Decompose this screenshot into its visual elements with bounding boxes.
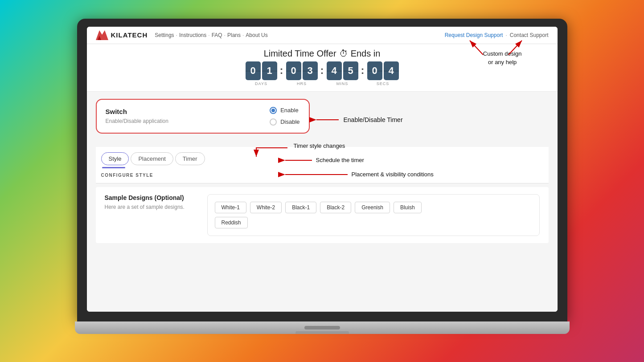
logo-text: KILATECH xyxy=(111,31,148,39)
nav-links: Settings · Instructions · FAQ · Plans · … xyxy=(155,32,268,38)
placement-text: Placement & visibility conditions xyxy=(352,171,434,178)
timer-title-before: Limited Time Offer xyxy=(264,49,336,59)
timer-content: Limited Time Offer ⏱ Ends in 0 1 DAYS xyxy=(246,49,399,86)
enable-disable-arrow-svg xyxy=(314,113,341,126)
request-support-link[interactable]: Request Design Support xyxy=(445,32,503,38)
enable-label: Enable xyxy=(280,107,298,114)
nav-plans[interactable]: Plans xyxy=(227,32,241,38)
app-main: Switch Enable/Disable application Enable xyxy=(87,92,558,312)
custom-design-line2: or any help xyxy=(488,59,517,65)
days-digit-1: 0 xyxy=(246,61,261,80)
svg-marker-0 xyxy=(96,30,108,40)
timer-title-after: Ends in xyxy=(351,49,381,59)
nav-dot-4: · xyxy=(242,32,244,38)
hrs-group: 0 3 HRS xyxy=(286,61,318,86)
design-buttons-row-2: Reddish xyxy=(215,217,532,228)
nav-instructions[interactable]: Instructions xyxy=(179,32,206,38)
enable-disable-text: Enable/Disable Timer xyxy=(344,116,403,123)
colon-1: : xyxy=(280,64,283,77)
switch-right: Enable Disable xyxy=(270,107,299,126)
logo-area: KILATECH xyxy=(96,30,148,40)
colon-2: : xyxy=(320,64,324,77)
mins-group: 4 5 MINS xyxy=(327,61,358,86)
nav-faq[interactable]: FAQ xyxy=(212,32,222,38)
enable-disable-annotation: Enable/Disable Timer xyxy=(314,113,403,126)
custom-design-annotation: Custom design or any help xyxy=(483,49,522,67)
hrs-digit-2: 3 xyxy=(303,61,318,80)
secs-digit-1: 0 xyxy=(367,61,382,80)
nav-about[interactable]: About Us xyxy=(246,32,267,38)
countdown: 0 1 DAYS : 0 3 HRS xyxy=(246,61,399,86)
hrs-digit-1: 0 xyxy=(286,61,301,80)
header-left: KILATECH Settings · Instructions · FAQ ·… xyxy=(96,30,268,40)
mins-label: MINS xyxy=(336,81,349,86)
secs-label: SECS xyxy=(377,81,390,86)
mins-digits: 4 5 xyxy=(327,61,358,80)
design-buttons-row: White-1 White-2 Black-1 Black-2 Greenish… xyxy=(215,202,532,213)
secs-digit-2: 4 xyxy=(384,61,399,80)
disable-option[interactable]: Disable xyxy=(270,118,299,126)
tab-style[interactable]: Style xyxy=(101,152,129,165)
tab-timer-label: Timer xyxy=(183,155,197,162)
contact-support-link[interactable]: Contact Support xyxy=(510,32,549,38)
days-digits: 0 1 xyxy=(246,61,277,80)
days-digit-2: 1 xyxy=(262,61,277,80)
header-dot: · xyxy=(505,32,507,38)
section-row: Sample Designs (Optional) Here are a set… xyxy=(105,194,540,236)
tab-placement-label: Placement xyxy=(138,155,165,162)
placement-arrow-svg xyxy=(283,170,350,179)
tab-timer[interactable]: Timer xyxy=(175,152,205,165)
nav-settings[interactable]: Settings xyxy=(155,32,174,38)
timer-clock-icon: ⏱ xyxy=(339,49,348,59)
timer-title: Limited Time Offer ⏱ Ends in xyxy=(264,49,381,59)
enable-option[interactable]: Enable xyxy=(270,107,299,114)
tab-placement[interactable]: Placement xyxy=(131,152,173,165)
svg-line-3 xyxy=(509,41,522,55)
design-btn-greenish[interactable]: Greenish xyxy=(355,202,390,213)
design-btn-white1[interactable]: White-1 xyxy=(215,202,246,213)
design-btn-black2[interactable]: Black-2 xyxy=(320,202,351,213)
switch-row: Switch Enable/Disable application Enable xyxy=(96,99,549,141)
schedule-text: Schedule the timer xyxy=(316,157,364,163)
schedule-arrow-svg xyxy=(283,156,314,165)
design-btn-bluish[interactable]: Bluish xyxy=(394,202,422,213)
tab-style-label: Style xyxy=(109,155,122,162)
laptop-frame: KILATECH Settings · Instructions · FAQ ·… xyxy=(75,19,570,344)
design-btn-white2[interactable]: White-2 xyxy=(250,202,282,213)
design-btn-reddish[interactable]: Reddish xyxy=(215,217,248,228)
enable-radio[interactable] xyxy=(270,107,277,114)
header-right: Request Design Support · Contact Support xyxy=(445,32,549,38)
sample-right: White-1 White-2 Black-1 Black-2 Greenish… xyxy=(207,194,540,236)
laptop-base xyxy=(75,321,570,334)
mins-digit-2: 5 xyxy=(343,61,358,80)
tabs-section: Style Placement Timer CONFIGURE STYLE xyxy=(96,147,549,183)
style-changes-text: Timer style changes xyxy=(294,142,345,149)
content-area: Switch Enable/Disable application Enable xyxy=(96,99,549,243)
switch-subtitle: Enable/Disable application xyxy=(106,118,261,124)
hrs-label: HRS xyxy=(297,81,307,86)
nav-dot-1: · xyxy=(176,32,177,38)
timer-banner: Limited Time Offer ⏱ Ends in 0 1 DAYS xyxy=(87,44,558,92)
switch-section: Switch Enable/Disable application Enable xyxy=(96,99,310,134)
svg-line-5 xyxy=(470,41,483,55)
days-group: 0 1 DAYS xyxy=(246,61,277,86)
days-label: DAYS xyxy=(255,81,267,86)
sample-title: Sample Designs (Optional) xyxy=(105,194,194,201)
nav-dot-2: · xyxy=(208,32,209,38)
kilatech-logo-icon xyxy=(96,30,108,40)
sample-left: Sample Designs (Optional) Here are a set… xyxy=(105,194,194,236)
disable-radio[interactable] xyxy=(270,118,277,126)
custom-design-arrow2-svg xyxy=(456,38,496,56)
custom-design-arrow-svg xyxy=(495,38,535,56)
secs-digits: 0 4 xyxy=(367,61,399,80)
sample-desc: Here are a set of sample designs. xyxy=(105,204,194,210)
mins-digit-1: 4 xyxy=(327,61,342,80)
screen-content: KILATECH Settings · Instructions · FAQ ·… xyxy=(87,27,558,312)
screen-bezel: KILATECH Settings · Instructions · FAQ ·… xyxy=(77,19,567,321)
laptop-notch xyxy=(295,331,349,334)
design-btn-black1[interactable]: Black-1 xyxy=(285,202,316,213)
hrs-digits: 0 3 xyxy=(286,61,318,80)
schedule-annotations-container: Schedule the timer Placement & visibilit… xyxy=(283,156,434,179)
colon-3: : xyxy=(361,64,365,77)
switch-left: Switch Enable/Disable application xyxy=(106,108,261,124)
